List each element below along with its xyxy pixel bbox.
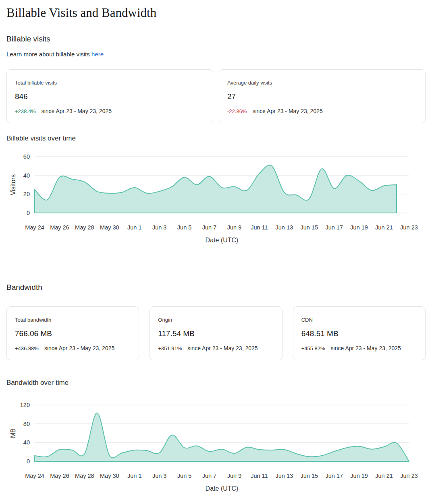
stat-card-delta-row: +455.82% since Apr 23 - May 23, 2025 — [301, 345, 417, 351]
x-tick-label: Jun 3 — [152, 473, 166, 479]
stat-card-since-text: since Apr 23 - May 23, 2025 — [331, 345, 401, 351]
stat-card-delta-row: +238.4% since Apr 23 - May 23, 2025 — [15, 108, 205, 114]
total-bandwidth-card: Total bandwidth 766.06 MB +436.88% since… — [6, 306, 139, 360]
billable-visits-heading: Billable visits — [6, 35, 426, 43]
y-tick-label: 120 — [20, 402, 30, 408]
x-tick-label: Jun 23 — [400, 224, 418, 231]
x-axis-title: Date (UTC) — [206, 237, 239, 244]
stat-card-label: Average daily visits — [227, 80, 417, 86]
x-tick-label: Jun 13 — [276, 473, 293, 479]
x-tick-label: Jun 19 — [350, 473, 368, 479]
x-tick-label: Jun 11 — [251, 224, 268, 231]
y-tick-label: 20 — [23, 191, 30, 197]
y-axis-title: Visitors — [10, 174, 17, 195]
stat-card-value: 648.51 MB — [301, 329, 417, 338]
y-tick-label: 40 — [23, 172, 30, 179]
stat-card-value: 117.54 MB — [158, 329, 274, 338]
learn-more-link[interactable]: here — [91, 51, 104, 58]
x-tick-label: Jun 7 — [202, 224, 216, 231]
stat-card-since-text: since Apr 23 - May 23, 2025 — [44, 345, 114, 351]
billable-visits-area-chart: 0204060VisitorsMay 24May 26May 28May 30J… — [6, 151, 426, 247]
bandwidth-heading: Bandwidth — [6, 283, 426, 292]
x-tick-label: May 24 — [25, 473, 44, 479]
x-tick-label: Jun 21 — [375, 224, 393, 231]
x-tick-label: May 28 — [75, 224, 94, 231]
y-tick-label: 0 — [27, 458, 30, 465]
x-tick-label: May 30 — [100, 224, 119, 231]
bandwidth-chart-heading: Bandwidth over time — [6, 379, 426, 387]
stat-card-value: 766.06 MB — [15, 329, 131, 338]
area-series[interactable] — [35, 413, 409, 461]
x-tick-label: Jun 5 — [177, 473, 191, 479]
area-series[interactable] — [35, 165, 397, 213]
x-tick-label: Jun 5 — [177, 224, 191, 231]
y-tick-label: 0 — [27, 210, 30, 216]
stat-card-since-text: since Apr 23 - May 23, 2025 — [42, 108, 112, 114]
visits-chart-heading: Billable visits over time — [6, 134, 426, 143]
stat-card-delta-percent: +351.91% — [158, 345, 182, 351]
stat-card-delta-percent: -22.86% — [227, 108, 247, 114]
x-tick-label: May 26 — [50, 224, 69, 231]
x-tick-label: May 30 — [100, 473, 119, 479]
y-tick-label: 80 — [23, 421, 30, 427]
stat-card-delta-row: +351.91% since Apr 23 - May 23, 2025 — [158, 345, 274, 351]
visits-cards-row: Total billable visits 846 +238.4% since … — [6, 69, 426, 123]
x-tick-label: Jun 21 — [375, 473, 393, 479]
x-tick-label: Jun 15 — [300, 224, 318, 231]
stat-card-label: Origin — [158, 317, 274, 323]
x-tick-label: Jun 23 — [400, 473, 418, 479]
stat-card-label: CDN — [301, 317, 417, 323]
x-tick-label: Jun 19 — [350, 224, 368, 231]
x-tick-label: Jun 17 — [325, 473, 343, 479]
x-tick-label: Jun 15 — [300, 473, 318, 479]
billable-visits-section: Billable visits Learn more about billabl… — [6, 35, 426, 247]
x-tick-label: Jun 3 — [152, 224, 166, 231]
section-divider — [6, 262, 426, 262]
stat-card-since-text: since Apr 23 - May 23, 2025 — [187, 345, 258, 351]
x-tick-label: Jun 1 — [127, 473, 141, 479]
x-tick-label: Jun 11 — [251, 473, 268, 479]
x-tick-label: May 28 — [75, 473, 94, 479]
x-tick-label: Jun 9 — [227, 473, 241, 479]
bandwidth-area-chart: 04080120MBMay 24May 26May 28May 30Jun 1J… — [6, 399, 426, 496]
x-tick-label: May 26 — [50, 473, 69, 479]
stat-card-label: Total billable visits — [15, 80, 205, 86]
bandwidth-section: Bandwidth Total bandwidth 766.06 MB +436… — [6, 283, 426, 496]
stat-card-delta-row: +436.88% since Apr 23 - May 23, 2025 — [15, 345, 131, 351]
stat-card-delta-percent: +436.88% — [15, 345, 39, 351]
learn-more-prefix: Learn more about billable visits — [6, 51, 91, 58]
page-title: Billable Visits and Bandwidth — [6, 6, 426, 20]
x-tick-label: Jun 17 — [325, 224, 343, 231]
y-tick-label: 60 — [23, 153, 30, 160]
stat-card-since-text: since Apr 23 - May 23, 2025 — [252, 108, 322, 114]
stat-card-value: 27 — [227, 92, 417, 101]
stat-card-delta-percent: +455.82% — [301, 345, 325, 351]
cdn-bandwidth-card: CDN 648.51 MB +455.82% since Apr 23 - Ma… — [293, 306, 426, 360]
stat-card-value: 846 — [15, 92, 205, 101]
x-tick-label: Jun 13 — [276, 224, 293, 231]
y-tick-label: 40 — [23, 439, 30, 446]
x-tick-label: Jun 7 — [202, 473, 216, 479]
x-axis-title: Date (UTC) — [206, 485, 239, 492]
x-tick-label: May 24 — [25, 224, 44, 231]
stat-card-label: Total bandwidth — [15, 317, 131, 323]
x-tick-label: Jun 1 — [127, 224, 141, 231]
stat-card-delta-percent: +238.4% — [15, 108, 36, 114]
learn-more-text: Learn more about billable visits here — [6, 51, 426, 58]
bandwidth-cards-row: Total bandwidth 766.06 MB +436.88% since… — [6, 306, 426, 360]
total-billable-visits-card: Total billable visits 846 +238.4% since … — [6, 69, 213, 123]
origin-bandwidth-card: Origin 117.54 MB +351.91% since Apr 23 -… — [150, 306, 282, 360]
average-daily-visits-card: Average daily visits 27 -22.86% since Ap… — [219, 69, 426, 123]
x-tick-label: Jun 9 — [227, 224, 241, 231]
stat-card-delta-row: -22.86% since Apr 23 - May 23, 2025 — [227, 108, 417, 114]
y-axis-title: MB — [10, 428, 17, 438]
